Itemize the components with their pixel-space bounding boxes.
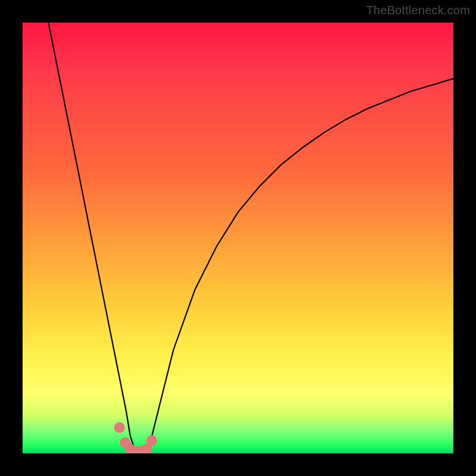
plot-area: [23, 23, 453, 453]
chart-stage: TheBottleneck.com: [0, 0, 476, 476]
watermark-text: TheBottleneck.com: [366, 4, 470, 17]
valley-markers: [114, 422, 157, 453]
chart-svg: [23, 23, 453, 453]
valley-marker: [146, 435, 157, 446]
valley-marker: [114, 422, 125, 433]
bottleneck-curve: [48, 23, 453, 453]
